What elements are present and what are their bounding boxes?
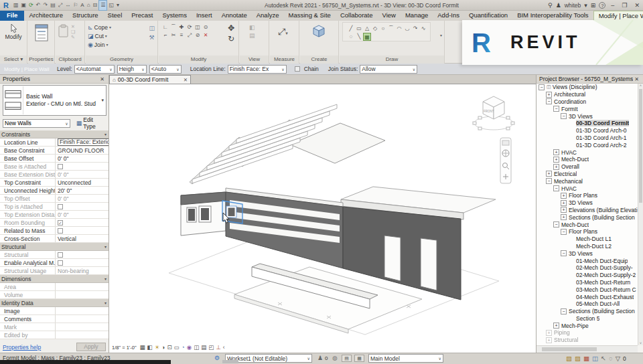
property-value-editbox[interactable]: Finish Face: Exterior: [58, 139, 109, 146]
properties-palette-button[interactable]: [28, 21, 54, 44]
close-project-browser-icon[interactable]: ✕: [633, 76, 640, 82]
select-panel-label[interactable]: Select ▾: [0, 56, 27, 64]
property-checkbox[interactable]: [58, 204, 63, 209]
crop-view-icon[interactable]: ⊡: [167, 343, 171, 351]
property-value[interactable]: Vertical: [55, 235, 109, 242]
restore-button[interactable]: ❐: [620, 2, 629, 9]
offset-icon[interactable]: ⌒: [169, 23, 177, 31]
navigation-bar[interactable]: [500, 138, 511, 183]
tree-expand-toggle[interactable]: +: [561, 193, 567, 199]
tree-item[interactable]: −Floor Plans: [537, 228, 638, 236]
properties-section-header[interactable]: Dimensions▾: [0, 275, 109, 283]
tree-item[interactable]: +Architectural: [537, 91, 638, 98]
filter-dropdown[interactable]: New Walls∨: [3, 119, 70, 128]
tree-item[interactable]: 01-3D Coord Arch-0: [537, 127, 638, 134]
tree-expand-toggle[interactable]: −: [553, 106, 559, 112]
sun-path-icon[interactable]: ☀: [155, 343, 160, 351]
height-depth-dropdown[interactable]: Heigh∨: [117, 65, 147, 74]
property-checkbox[interactable]: [58, 260, 63, 266]
tree-item[interactable]: −Sections (Building Section: [537, 308, 638, 315]
demolish-icon[interactable]: ⚒: [149, 34, 155, 41]
tree-item[interactable]: 02-Mech Duct-Supply-2: [537, 272, 638, 279]
tree-expand-toggle[interactable]: −: [553, 221, 559, 227]
cut-icon[interactable]: ✕: [71, 24, 75, 29]
aligned-dimension-icon[interactable]: ↔: [64, 1, 72, 10]
viewcube-front-label[interactable]: FRONT: [484, 110, 494, 113]
property-value[interactable]: [55, 227, 109, 234]
mirror-icon[interactable]: ◫: [194, 23, 202, 31]
temporary-view-properties-icon[interactable]: ▤: [201, 343, 206, 351]
close-button[interactable]: ✕: [632, 2, 642, 9]
close-view-icon[interactable]: ✕: [184, 77, 188, 83]
print-icon[interactable]: ▤: [49, 1, 57, 10]
rotate-icon[interactable]: ⟳: [186, 23, 194, 31]
detail-level-icon[interactable]: ▦: [140, 343, 145, 351]
tree-item[interactable]: Section 5: [537, 315, 638, 323]
scale-icon[interactable]: ⤢: [186, 31, 194, 39]
ribbon-tab-collaborate[interactable]: Collaborate: [336, 11, 378, 21]
view-tab-00-3d-coord-formit[interactable]: ⌂ 00-3D Coord FormIt ✕: [109, 75, 191, 84]
pin-icon[interactable]: ⊙: [202, 23, 210, 31]
tag-icon[interactable]: ⚐: [72, 1, 79, 10]
tree-expand-toggle[interactable]: −: [561, 229, 567, 235]
tree-item[interactable]: 01-3D Coord Arch-2: [537, 141, 638, 149]
paste-icon[interactable]: [58, 24, 68, 37]
ribbon-tab-systems[interactable]: Systems: [157, 11, 191, 21]
tree-item[interactable]: Mech-Duct L1: [537, 236, 638, 243]
tree-item[interactable]: 05-Mech Duct-All: [537, 300, 638, 308]
center-ends-arc-icon[interactable]: ◠: [395, 25, 403, 33]
draw-gallery-expand-icon[interactable]: ▾: [440, 33, 442, 37]
customize-qat-icon[interactable]: ▾: [115, 1, 121, 10]
properties-section-header[interactable]: Identity Data▾: [0, 299, 109, 307]
tree-expand-toggle[interactable]: +: [553, 323, 559, 329]
spline-icon[interactable]: ∿: [419, 25, 427, 33]
switch-windows-icon[interactable]: ◱: [107, 1, 115, 10]
ribbon-tab-structure[interactable]: Structure: [68, 11, 103, 21]
property-value[interactable]: 0' 0": [55, 195, 109, 202]
drawing-area[interactable]: ⌂ 00-3D Coord FormIt ✕: [109, 75, 536, 353]
tree-item[interactable]: +Mech-Duct: [537, 156, 638, 163]
tree-item[interactable]: +Piping: [537, 329, 638, 337]
tree-expand-toggle[interactable]: −: [561, 250, 567, 256]
property-value[interactable]: 0' 0": [55, 211, 109, 218]
ribbon-tab-annotate[interactable]: Annotate: [217, 11, 252, 21]
ribbon-tab-steel[interactable]: Steel: [103, 11, 127, 21]
worksets-gear-icon[interactable]: ⚙: [214, 355, 220, 361]
tree-expand-toggle[interactable]: −: [539, 84, 545, 90]
search-icon[interactable]: ⚲: [548, 2, 553, 9]
tree-item[interactable]: −FormIt: [537, 105, 638, 112]
fillet-arc-icon[interactable]: ↷: [411, 25, 419, 33]
text-icon[interactable]: A: [79, 1, 85, 10]
viewcube[interactable]: FRONT: [473, 96, 514, 130]
circle-tool-icon[interactable]: ○: [379, 25, 387, 33]
split-icon[interactable]: ✂: [169, 31, 177, 39]
type-selector-dropdown-icon[interactable]: ▾: [99, 98, 106, 103]
property-value[interactable]: Finish Face: Exterior: [55, 139, 109, 146]
tree-item[interactable]: −Mechanical: [537, 177, 638, 185]
displaced-elements-icon[interactable]: ◰: [208, 343, 214, 351]
sync-with-central-icon[interactable]: ⟳: [27, 1, 35, 10]
design-options-globe-icon[interactable]: ◍: [332, 355, 338, 361]
ribbon-tab-view[interactable]: View: [378, 11, 401, 21]
ribbon-tab-modify-place-wall[interactable]: Modify | Place Wall: [593, 11, 643, 21]
ribbon-tab-manage[interactable]: Manage: [401, 11, 433, 21]
tree-expand-toggle[interactable]: −: [546, 98, 552, 104]
editable-only-icon[interactable]: ▧: [566, 355, 572, 362]
property-checkbox[interactable]: [58, 252, 63, 258]
ribbon-tab-bim-interoperability-tools[interactable]: BIM Interoperability Tools: [512, 11, 593, 21]
project-browser-header[interactable]: Project Browser - 56750_M_Systems.rvt ✕: [537, 75, 643, 84]
editing-requests-icon[interactable]: ♟: [317, 355, 323, 361]
vertical-scrollbar[interactable]: ˄˅: [638, 84, 643, 345]
tree-expand-toggle[interactable]: −: [546, 178, 552, 184]
horizontal-scrollbar[interactable]: [537, 345, 638, 353]
property-value[interactable]: [55, 163, 109, 170]
tree-item[interactable]: +Floor Plans: [537, 192, 638, 199]
ribbon-tab-analyze[interactable]: Analyze: [252, 11, 284, 21]
pick-lines-icon[interactable]: ╲: [355, 33, 363, 41]
apply-button[interactable]: Apply: [76, 343, 106, 351]
minimize-button[interactable]: –: [609, 2, 616, 9]
property-value[interactable]: [55, 259, 109, 266]
save-icon[interactable]: ▣: [20, 1, 28, 10]
property-value[interactable]: [55, 283, 109, 290]
chevron-down-icon[interactable]: ▾: [584, 2, 587, 9]
